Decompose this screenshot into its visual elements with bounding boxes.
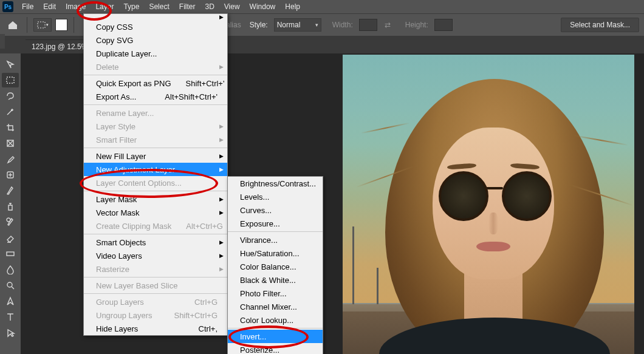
- menu-item-shortcut: Ctrl+G: [180, 298, 218, 307]
- menu-item-label: Rename Layer...: [96, 109, 154, 118]
- marquee-icon: [37, 21, 46, 29]
- adj-menu-photo-filter[interactable]: Photo Filter...: [228, 287, 323, 300]
- tool-crop[interactable]: [2, 120, 19, 135]
- adj-menu-color-lookup[interactable]: Color Lookup...: [228, 313, 323, 327]
- menu-item-label: Color Balance...: [240, 262, 296, 271]
- layer-menu-layer-mask[interactable]: Layer Mask▶: [84, 192, 227, 206]
- tool-lasso[interactable]: [2, 89, 19, 103]
- menu-file[interactable]: File: [17, 1, 38, 12]
- separator: [74, 17, 74, 33]
- tool-dodge[interactable]: [2, 278, 19, 293]
- layer-menu-smart-objects[interactable]: Smart Objects▶: [84, 236, 227, 249]
- adjustment-layer-submenu: Brightness/Contrast...Levels...Curves...…: [227, 176, 323, 354]
- menu-item-shortcut: Shift+Ctrl+G: [159, 311, 218, 320]
- swap-icon[interactable]: ⇄: [385, 21, 391, 29]
- layer-menu-new-fill-layer[interactable]: New Fill Layer▶: [84, 149, 227, 163]
- adj-menu-curves[interactable]: Curves...: [228, 203, 323, 217]
- menu-select[interactable]: Select: [144, 1, 174, 12]
- adj-menu-brightness-contrast[interactable]: Brightness/Contrast...: [228, 177, 323, 190]
- menu-filter[interactable]: Filter: [174, 1, 200, 12]
- home-button[interactable]: [5, 17, 21, 33]
- layer-menu-hide-layers[interactable]: Hide LayersCtrl+,: [84, 322, 227, 335]
- tool-brush[interactable]: [2, 183, 19, 198]
- menu-item-label: Hue/Saturation...: [240, 249, 300, 258]
- marquee-tool-indicator[interactable]: ▾: [33, 18, 52, 32]
- adj-menu-posterize[interactable]: Posterize...: [228, 343, 323, 354]
- tool-magic-wand[interactable]: [2, 104, 19, 119]
- adj-menu-levels[interactable]: Levels...: [228, 190, 323, 203]
- tool-clone[interactable]: [2, 199, 19, 214]
- adj-menu-hue-saturation[interactable]: Hue/Saturation...: [228, 247, 323, 260]
- layer-menu-new[interactable]: ▶: [84, 14, 227, 20]
- menu-help[interactable]: Help: [280, 1, 305, 12]
- adj-menu-invert[interactable]: Invert...: [228, 330, 323, 343]
- document-canvas[interactable]: [343, 55, 634, 354]
- healing-icon: [5, 170, 15, 180]
- width-field[interactable]: [359, 19, 377, 31]
- tool-eyedropper[interactable]: [2, 152, 19, 166]
- tool-move[interactable]: [2, 57, 19, 72]
- adj-menu-black-white[interactable]: Black & White...: [228, 273, 323, 287]
- menu-window[interactable]: Window: [245, 1, 281, 12]
- layer-menu-video-layers[interactable]: Video Layers▶: [84, 249, 227, 262]
- layer-menu-quick-export-as-png[interactable]: Quick Export as PNGShift+Ctrl+': [84, 77, 227, 90]
- adj-menu-vibrance[interactable]: Vibrance...: [228, 233, 323, 247]
- height-field[interactable]: [434, 19, 453, 31]
- layer-menu-export-as[interactable]: Export As...Alt+Shift+Ctrl+': [84, 90, 227, 103]
- tool-pen[interactable]: [2, 294, 19, 308]
- photo-sunglass-lens: [502, 171, 552, 221]
- layer-menu-group-layers[interactable]: Group LayersCtrl+G: [84, 295, 227, 308]
- tool-gradient[interactable]: [2, 247, 19, 261]
- brush-icon: [5, 186, 15, 196]
- menu-item-label: New Fill Layer: [96, 152, 146, 161]
- menu-item-label: Delete: [96, 63, 119, 72]
- menu-item-label: Export As...: [96, 92, 136, 101]
- tool-eraser[interactable]: [2, 231, 19, 245]
- layer-menu-vector-mask[interactable]: Vector Mask▶: [84, 206, 227, 219]
- menu-layer[interactable]: Layer: [91, 1, 118, 12]
- menu-type[interactable]: Type: [118, 1, 144, 12]
- layer-menu-delete[interactable]: Delete▶: [84, 60, 227, 73]
- menu-item-label: Channel Mixer...: [240, 302, 297, 311]
- adj-menu-exposure[interactable]: Exposure...: [228, 217, 323, 230]
- tool-marquee[interactable]: [2, 73, 19, 87]
- tool-type[interactable]: [2, 310, 19, 324]
- tool-history-brush[interactable]: [2, 215, 19, 230]
- layer-menu-duplicate-layer[interactable]: Duplicate Layer...: [84, 47, 227, 60]
- adj-menu-channel-mixer[interactable]: Channel Mixer...: [228, 300, 323, 313]
- layer-menu-new-layer-based-slice[interactable]: New Layer Based Slice: [84, 279, 227, 292]
- style-label: Style:: [250, 21, 268, 29]
- layer-menu-copy-svg[interactable]: Copy SVG: [84, 33, 227, 47]
- select-and-mask-button[interactable]: Select and Mask...: [561, 18, 639, 32]
- layer-menu-copy-css[interactable]: Copy CSS: [84, 20, 227, 33]
- tool-frame[interactable]: [2, 136, 19, 151]
- layer-menu-rename-layer[interactable]: Rename Layer...: [84, 106, 227, 120]
- menu-edit[interactable]: Edit: [38, 1, 61, 12]
- layer-menu-layer-content-options[interactable]: Layer Content Options...: [84, 176, 227, 189]
- type-icon: [5, 312, 15, 322]
- menu-image[interactable]: Image: [61, 1, 91, 12]
- menu-item-shortcut: Shift+Ctrl+': [171, 79, 225, 88]
- style-select[interactable]: Normal ▾: [274, 18, 321, 32]
- menu-item-label: Brightness/Contrast...: [240, 179, 316, 188]
- crop-icon: [5, 123, 15, 132]
- tool-blur[interactable]: [2, 262, 19, 277]
- submenu-arrow-icon: ▶: [219, 137, 224, 143]
- style-value: Normal: [277, 21, 301, 29]
- menu-item-label: Exposure...: [240, 219, 280, 228]
- menubar-items: FileEditImageLayerTypeSelectFilter3DView…: [17, 1, 305, 12]
- layer-menu-new-adjustment-layer[interactable]: New Adjustment Layer▶: [84, 163, 227, 176]
- new-selection-button[interactable]: [55, 19, 67, 31]
- layer-menu-smart-filter[interactable]: Smart Filter▶: [84, 133, 227, 146]
- menu-view[interactable]: View: [219, 1, 245, 12]
- layer-menu-ungroup-layers[interactable]: Ungroup LayersShift+Ctrl+G: [84, 308, 227, 322]
- menu-item-label: Posterize...: [240, 345, 279, 355]
- menu-item-label: Group Layers: [96, 298, 144, 307]
- tool-path-select[interactable]: [2, 325, 19, 340]
- layer-menu-layer-style[interactable]: Layer Style▶: [84, 120, 227, 133]
- layer-menu-rasterize[interactable]: Rasterize▶: [84, 262, 227, 276]
- menu-3d[interactable]: 3D: [200, 1, 219, 12]
- adj-menu-color-balance[interactable]: Color Balance...: [228, 260, 323, 273]
- layer-menu-create-clipping-mask[interactable]: Create Clipping MaskAlt+Ctrl+G: [84, 219, 227, 233]
- tool-healing[interactable]: [2, 168, 19, 182]
